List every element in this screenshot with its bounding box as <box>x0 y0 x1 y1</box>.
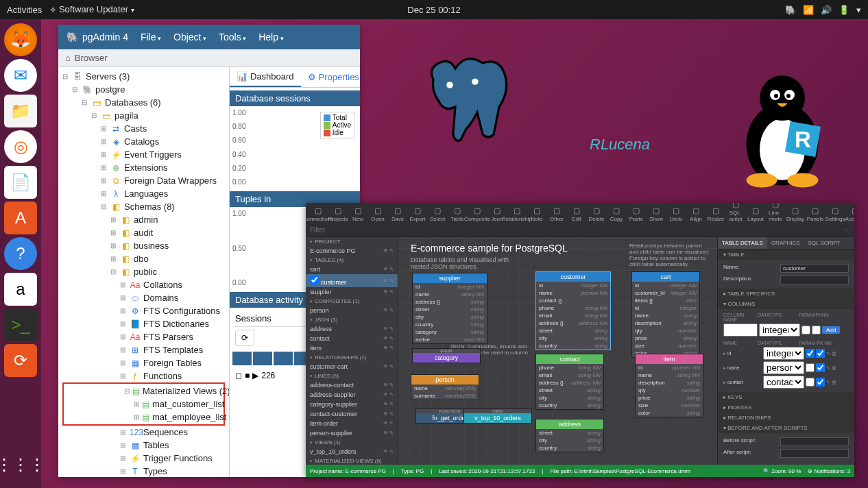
tab-dashboard[interactable]: 📊 Dashboard <box>230 67 301 87</box>
sec-table[interactable]: ▾ TABLE <box>718 249 854 260</box>
new-col-nn[interactable] <box>812 326 821 334</box>
column-row[interactable]: ▸idinteger✎ 🗑 <box>723 346 849 361</box>
after-input[interactable] <box>780 449 849 458</box>
clock[interactable]: Dec 25 00:12 <box>407 5 460 15</box>
tree-schema-public[interactable]: ⊟◧public <box>58 265 229 278</box>
entity-contact[interactable]: contact phonestring NNemailstring NNaddr… <box>535 354 604 410</box>
section-views-[interactable]: ▾VIEWS (1) <box>306 438 398 447</box>
dock-show-apps[interactable]: ⋮⋮⋮ <box>4 448 37 481</box>
toolbar-connections[interactable]: ▢Connections <box>309 205 328 223</box>
sec-columns[interactable]: ▾ COLUMNS <box>718 299 854 309</box>
toolbar-account[interactable]: ▢Account <box>845 205 854 223</box>
filter-menu-icon[interactable]: ⋯ <box>843 226 850 234</box>
toolbar-settings[interactable]: ▢Settings <box>825 205 845 223</box>
entity-person[interactable]: person namevarchar(255) surnamevarchar(2… <box>411 374 479 400</box>
volume-icon[interactable]: 🔊 <box>821 5 832 15</box>
filter-input[interactable] <box>310 226 843 234</box>
section-relationships-[interactable]: ▾RELATIONSHIPS (1) <box>306 353 398 362</box>
sidebar-item-item-order[interactable]: item-order👁 ✎ <box>306 419 398 428</box>
sec-specifics[interactable]: ▸ TABLE SPECIFICS <box>718 289 854 299</box>
tab-sql-script[interactable]: SQL SCRIPT <box>804 237 845 249</box>
section-project[interactable]: ▾PROJECT <box>306 237 398 246</box>
sec-keys[interactable]: ▸ KEYS <box>718 392 854 402</box>
sidebar-item-customer-cart[interactable]: customer-cart👁 ✎ <box>306 362 398 371</box>
dock-terminal[interactable]: >_ <box>4 308 37 341</box>
stop-square-icon[interactable]: ◻ <box>235 371 242 380</box>
menu-file[interactable]: File <box>141 32 161 42</box>
tree-schemas[interactable]: ⊟◧Schemas (8) <box>58 200 229 213</box>
tree-fdw[interactable]: ⊞⧉Foreign Data Wrappers <box>58 174 229 187</box>
entity-category[interactable]: ENUM category <box>412 348 481 363</box>
sec-scripts[interactable]: ▾ BEFORE AND AFTER SCRIPTS <box>718 423 854 433</box>
tree-fts-parsers[interactable]: ⊞AaFTS Parsers <box>58 330 229 343</box>
toolbar-other[interactable]: ▢Other <box>547 205 566 223</box>
section-materialized-views-[interactable]: ▾MATERIALIZED VIEWS (0) <box>306 456 398 465</box>
status-notifications[interactable]: ⊕ Notifications: 3 <box>808 468 850 474</box>
tree-schema-dbo[interactable]: ⊞◧dbo <box>58 252 229 265</box>
tree-pagila[interactable]: ⊟🗃pagila <box>58 109 229 122</box>
toolbar-paste[interactable]: ▢Paste <box>627 205 646 223</box>
tree-functions[interactable]: ⊞ƒFunctions <box>58 369 229 382</box>
battery-icon[interactable]: 🔋 <box>839 5 849 15</box>
dock-software[interactable]: A <box>4 202 37 234</box>
add-column-button[interactable]: Add <box>822 326 840 334</box>
tree-casts[interactable]: ⊞⇄Casts <box>58 122 229 135</box>
sidebar-item-person-supplier[interactable]: person-supplier👁 ✎ <box>306 428 398 438</box>
sidebar-item-customer[interactable]: customer👁 ✎ <box>306 274 398 287</box>
tree-fts-templates[interactable]: ⊞⊞FTS Templates <box>58 343 229 356</box>
sidebar-item-address[interactable]: address👁 ✎ <box>306 324 398 334</box>
tree-fts-config[interactable]: ⊞⚙FTS Configurations <box>58 304 229 317</box>
tree-servers[interactable]: ⊟🗄Servers (3) <box>58 70 229 83</box>
tree-schema-business[interactable]: ⊞◧business <box>58 239 229 252</box>
entity-item[interactable]: item idnumber NNnamestring NNdescription… <box>635 354 703 417</box>
tree-mat-customer[interactable]: ⊞▤mat_customer_list <box>64 398 224 411</box>
toolbar-resize[interactable]: ▢Resize <box>706 205 725 223</box>
dock-help[interactable]: ? <box>4 237 37 270</box>
toolbar-projects[interactable]: ▢Projects <box>328 205 348 223</box>
tree-domains[interactable]: ⊞⬭Domains <box>58 291 229 304</box>
tree-tables[interactable]: ⊞▦Tables <box>58 439 229 452</box>
desc-input[interactable] <box>780 276 849 284</box>
wifi-icon[interactable]: 📶 <box>803 5 814 15</box>
toolbar-show[interactable]: ▢Show <box>647 205 666 223</box>
toolbar-new[interactable]: ▢New <box>348 205 367 223</box>
menu-tools[interactable]: Tools <box>219 32 246 42</box>
refresh-button[interactable]: ⟳ <box>235 330 254 346</box>
sidebar-item-address-supplier[interactable]: address-supplier👁 ✎ <box>306 390 398 400</box>
section-composites-[interactable]: ▾COMPOSITES (1) <box>306 297 398 306</box>
tree-schema-audit[interactable]: ⊞◧audit <box>58 226 229 239</box>
tree-collations[interactable]: ⊞AaCollations <box>58 278 229 291</box>
dock-writer[interactable]: 📄 <box>4 166 37 199</box>
tab-table-details[interactable]: TABLE DETAILS <box>718 237 767 249</box>
object-tree[interactable]: ⊟🗄Servers (3) ⊟🐘postgre ⊟🗃Databases (6) … <box>58 67 230 477</box>
toolbar-composite[interactable]: ▢Composite <box>468 205 487 223</box>
section-tables-[interactable]: ▾TABLES (4) <box>306 256 398 265</box>
toolbar-copy[interactable]: ▢Copy <box>607 205 626 223</box>
toolbar-align[interactable]: ▢Align <box>686 205 706 223</box>
toolbar-display[interactable]: ▢Display <box>786 205 805 223</box>
before-input[interactable] <box>780 437 849 446</box>
tree-schema-admin[interactable]: ⊞◧admin <box>58 213 229 226</box>
sidebar-item-address-contact[interactable]: address-contact👁 ✎ <box>306 380 398 390</box>
dock-firefox[interactable]: 🦊 <box>4 23 37 56</box>
sidebar-item-supplier[interactable]: supplier👁 ✎ <box>306 287 398 297</box>
stop-button[interactable]: ■ <box>245 371 250 380</box>
sidebar-item-cart[interactable]: cart👁 ✎ <box>306 265 398 274</box>
play-button[interactable]: ▶ <box>252 371 258 380</box>
sidebar-item-e-commerce-pg[interactable]: E-commerce PG👁 ✎ <box>306 246 398 256</box>
tree-languages[interactable]: ⊞λLanguages <box>58 187 229 200</box>
toolbar-select[interactable]: ▢Select <box>428 205 447 223</box>
toolbar-relationship[interactable]: ▢Relationship <box>507 205 527 223</box>
entity-address[interactable]: address streetstring citystring countrys… <box>535 419 604 452</box>
tree-mat-views[interactable]: ⊟▤Materialized Views (2) <box>64 385 224 398</box>
dock-rhythmbox[interactable]: ◎ <box>4 130 37 163</box>
column-row[interactable]: ▸contactcontact (json)✎ 🗑 <box>723 375 849 389</box>
status-zoom[interactable]: 🔍 Zoom: 90 % <box>763 468 801 474</box>
toolbar-line-mode[interactable]: ▢Line mode <box>766 203 785 223</box>
entity-supplier[interactable]: supplier idinteger NNnamestring NNaddres… <box>412 273 487 344</box>
pg-tray-icon[interactable]: 🐘 <box>785 5 796 15</box>
menu-help[interactable]: Help <box>258 32 283 42</box>
sidebar-item-contact[interactable]: contact👁 ✎ <box>306 334 398 343</box>
toolbar-note[interactable]: ▢Note <box>527 205 546 223</box>
new-col-pk[interactable] <box>801 326 810 334</box>
